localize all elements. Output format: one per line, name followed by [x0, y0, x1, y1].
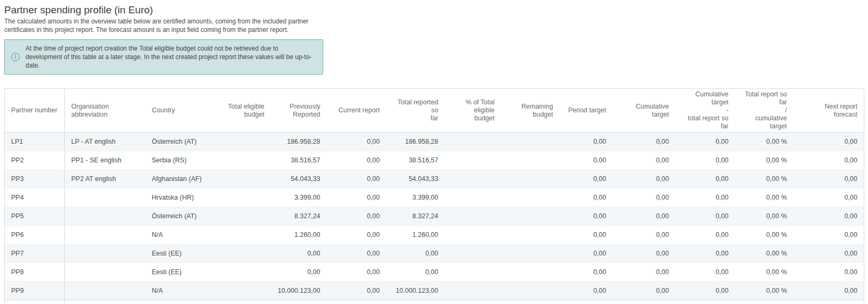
table-row: PP5Österreich (AT)8.327,240,008.327,240,… — [5, 207, 864, 226]
table-cell-cumulative-target: 0,00 — [613, 226, 676, 244]
table-cell-cumulative-target: 0,00 — [613, 244, 676, 263]
table-row: PP4Hrvatska (HR)3.399,000,003.399,000,00… — [5, 188, 864, 207]
table-cell-pct-of-total-eligible-budget — [445, 226, 501, 244]
column-header-total-reported-so-far: Total reported so far — [386, 89, 445, 133]
table-cell-organisation-abbreviation: LP - AT english — [65, 133, 146, 151]
table-cell-period-target: 0,00 — [560, 188, 613, 207]
column-header-remaining-budget: Remaining budget — [501, 89, 560, 133]
table-cell-period-target: 0,00 — [560, 151, 613, 170]
column-header-partner-number: Partner number — [5, 89, 65, 133]
table-cell-remaining-budget — [501, 244, 560, 263]
table-row: PP3PP2 AT englishAfghanistan (AF)54.043,… — [5, 170, 864, 188]
table-cell-period-target: 0,00 — [560, 282, 613, 300]
table-cell-country: Eesti (EE) — [146, 263, 220, 282]
table-cell-total-reported-so-far: 1.260,00 — [386, 226, 445, 244]
table-cell-previously-reported: 0,00 — [271, 244, 327, 263]
partner-spending-table: Partner numberOrganisation abbreviationC… — [4, 88, 864, 304]
page-title: Partner spending profile (in Euro) — [4, 4, 864, 16]
table-cell-previously-reported: 0,00 — [271, 263, 327, 282]
table-cell-total-reported-so-far: 8.327,24 — [386, 207, 445, 226]
table-cell-pct-of-total-eligible-budget — [445, 207, 501, 226]
table-cell-current-report: 0,00 — [327, 207, 386, 226]
table-cell-next-report-forecast: 0,00 — [794, 282, 864, 300]
info-circle-icon: i — [11, 53, 20, 61]
table-cell-previously-reported: 10.000.123,00 — [271, 282, 327, 300]
table-cell-next-report-forecast: 0,00 — [794, 188, 864, 207]
table-cell-cumulative-target-minus-total-report-so-far: 0,00 — [676, 226, 735, 244]
table-cell-period-target: 0,00 — [560, 263, 613, 282]
page-description: The calculated amounts in the overview t… — [4, 17, 317, 34]
table-cell-cumulative-target-minus-total-report-so-far: 0,00 — [676, 282, 735, 300]
table-cell-total-reported-so-far: 10.000.123,00 — [386, 282, 445, 300]
table-cell-total-report-so-far-over-cumulative-target: 0,00 % — [735, 170, 794, 188]
table-cell-cumulative-target-minus-total-report-so-far: 0,00 — [676, 133, 735, 151]
table-row: PP9N/A10.000.123,000,0010.000.123,000,00… — [5, 282, 864, 300]
table-cell-previously-reported-total: 10.292.627,42 — [271, 300, 327, 304]
table-cell-total-eligible-budget — [220, 133, 271, 151]
table-cell-cumulative-target: 0,00 — [613, 282, 676, 300]
table-cell-pct-of-total-eligible-budget — [445, 188, 501, 207]
column-header-total-eligible-budget: Total eligible budget — [220, 89, 271, 133]
table-cell-total-reported-so-far: 0,00 — [386, 244, 445, 263]
table-cell-country: Hrvatska (HR) — [146, 188, 220, 207]
table-cell-cumulative-target: 0,00 — [613, 188, 676, 207]
table-cell-next-report-forecast: 0,00 — [794, 244, 864, 263]
table-cell-cumulative-target: 0,00 — [613, 133, 676, 151]
table-cell-cumulative-target: 0,00 — [613, 170, 676, 188]
table-cell-organisation-abbreviation — [65, 226, 146, 244]
table-cell-cumulative-target-minus-total-report-so-far: 0,00 — [676, 151, 735, 170]
table-cell-cumulative-target: 0,00 — [613, 263, 676, 282]
table-cell-partner-number: LP1 — [5, 133, 65, 151]
page: Partner spending profile (in Euro) The c… — [0, 0, 868, 304]
table-cell-remaining-budget — [501, 133, 560, 151]
table-cell-total-report-so-far-over-cumulative-target: 0,00 % — [735, 188, 794, 207]
table-cell-country: N/A — [146, 282, 220, 300]
column-header-organisation-abbreviation: Organisation abbreviation — [65, 89, 146, 133]
table-cell-total-eligible-budget — [220, 151, 271, 170]
table-cell-partner-number: PP5 — [5, 207, 65, 226]
table-cell-period-target: 0,00 — [560, 170, 613, 188]
table-cell-country: Österreich (AT) — [146, 133, 220, 151]
table-cell-total-reported-so-far: 3.399,00 — [386, 188, 445, 207]
table-cell-partner-number: PP7 — [5, 244, 65, 263]
column-header-cumulative-target-minus-total-report-so-far: Cumulative target - total report so far — [676, 89, 735, 133]
table-cell-remaining-budget — [501, 188, 560, 207]
table-cell-remaining-budget — [501, 282, 560, 300]
table-cell-total-reported-so-far: 0,00 — [386, 263, 445, 282]
table-cell-current-report: 0,00 — [327, 151, 386, 170]
table-cell-current-report: 0,00 — [327, 226, 386, 244]
table-cell-cumulative-target-minus-total-report-so-far: 0,00 — [676, 188, 735, 207]
table-row: LP1LP - AT englishÖsterreich (AT)186.958… — [5, 133, 864, 151]
table-cell-total-eligible-budget — [220, 226, 271, 244]
table-cell-next-report-forecast: 0,00 — [794, 133, 864, 151]
table-cell-country-total — [146, 300, 220, 304]
table-header-row: Partner numberOrganisation abbreviationC… — [5, 89, 864, 133]
table-cell-period-target: 0,00 — [560, 207, 613, 226]
table-cell-cumulative-target-total: 0,00 — [613, 300, 676, 304]
table-cell-total-eligible-budget-total — [220, 300, 271, 304]
table-cell-partner-number: PP9 — [5, 282, 65, 300]
column-header-next-report-forecast: Next report forecast — [794, 89, 864, 133]
table-cell-organisation-abbreviation-total — [65, 300, 146, 304]
table-cell-cumulative-target-minus-total-report-so-far-total: 0,00 — [676, 300, 735, 304]
table-cell-pct-of-total-eligible-budget — [445, 263, 501, 282]
table-cell-cumulative-target: 0,00 — [613, 207, 676, 226]
table-body: LP1LP - AT englishÖsterreich (AT)186.958… — [5, 133, 864, 300]
table-cell-pct-of-total-eligible-budget-total — [445, 300, 501, 304]
table-cell-previously-reported: 8.327,24 — [271, 207, 327, 226]
table-cell-next-report-forecast: 0,00 — [794, 151, 864, 170]
table-cell-cumulative-target: 0,00 — [613, 151, 676, 170]
table-cell-partner-number: PP6 — [5, 226, 65, 244]
column-header-previously-reported: Previously Reported — [271, 89, 327, 133]
table-cell-current-report: 0,00 — [327, 263, 386, 282]
table-cell-previously-reported: 186.958,28 — [271, 133, 327, 151]
table-cell-organisation-abbreviation — [65, 244, 146, 263]
table-cell-partner-number: PP3 — [5, 170, 65, 188]
table-cell-total-eligible-budget — [220, 282, 271, 300]
table-cell-next-report-forecast: 0,00 — [794, 226, 864, 244]
table-cell-next-report-forecast: 0,00 — [794, 207, 864, 226]
table-cell-organisation-abbreviation — [65, 207, 146, 226]
table-cell-total-report-so-far-over-cumulative-target: 0,00 % — [735, 207, 794, 226]
table-cell-period-target: 0,00 — [560, 244, 613, 263]
table-cell-current-report: 0,00 — [327, 133, 386, 151]
